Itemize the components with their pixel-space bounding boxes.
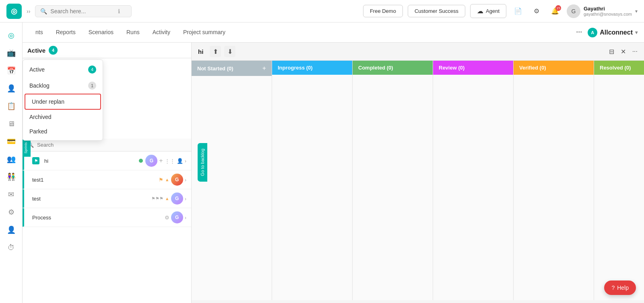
customer-success-button[interactable]: Customer Success bbox=[408, 5, 465, 17]
add-sprint-icon[interactable]: + bbox=[159, 157, 163, 164]
dropdown-active-count: 4 bbox=[88, 66, 96, 74]
sprint-name-hi: hi bbox=[44, 158, 48, 164]
nav-expand-icon[interactable]: ›› bbox=[27, 8, 30, 14]
kanban-download-icon[interactable]: ⬇ bbox=[224, 46, 235, 57]
dropdown-backlog-count: 1 bbox=[88, 82, 96, 90]
active-label[interactable]: Active bbox=[27, 47, 45, 54]
sidebar-item-user[interactable]: 👤 bbox=[3, 80, 19, 96]
user-name: Gayathri bbox=[584, 6, 632, 12]
sprint-avatar4: G bbox=[171, 211, 183, 223]
kanban-close-icon[interactable]: ✕ bbox=[621, 48, 626, 55]
kanban-toolbar: hi ⬆ ⬇ ⊟ ✕ ··· bbox=[192, 43, 644, 61]
kanban-col-inprogress: Inprogress (0) bbox=[272, 61, 353, 300]
kanban-area: hi ⬆ ⬇ ⊟ ✕ ··· Not Started (0) + bbox=[192, 43, 644, 303]
kanban-col-label-verified: Verified (0) bbox=[519, 65, 546, 71]
sprint-icons-hi: G + ⋮⋮ 👤 › bbox=[138, 155, 186, 167]
sprint-avatar2: G bbox=[171, 174, 183, 186]
sprint-chevron-right2[interactable]: › bbox=[185, 177, 186, 183]
panel-header: Active 4 bbox=[23, 43, 191, 58]
notification-icon-button[interactable]: 🔔 15 bbox=[548, 4, 562, 18]
kanban-more-icon[interactable]: ··· bbox=[632, 48, 638, 55]
kanban-col-label-completed: Completed (0) bbox=[358, 65, 393, 71]
sub-nav-item-activity[interactable]: Activity bbox=[146, 23, 177, 43]
sprint-name-process: Process bbox=[32, 215, 51, 221]
help-label: Help bbox=[617, 285, 629, 291]
kanban-col-header-review: Review (0) bbox=[433, 61, 513, 75]
sprint-item-test1[interactable]: test1 ⚑ ▲ G › bbox=[23, 170, 191, 189]
dropdown-item-archived[interactable]: Archived bbox=[23, 110, 103, 124]
dropdown-under-replan-label: Under replan bbox=[32, 98, 64, 105]
sidebar-item-contacts[interactable]: 👫 bbox=[3, 169, 19, 185]
sidebar-item-board[interactable]: 📋 bbox=[3, 98, 19, 114]
notification-badge: 15 bbox=[555, 5, 561, 11]
project-chevron-icon: ▾ bbox=[635, 30, 638, 35]
dropdown-item-active[interactable]: Active 4 bbox=[23, 61, 103, 78]
sprint-warning-icon: ⚑ bbox=[159, 177, 163, 183]
agent-icon: ☁ bbox=[477, 7, 483, 15]
panel-search-input[interactable] bbox=[37, 142, 85, 148]
project-dots[interactable]: ··· bbox=[576, 28, 582, 37]
help-button[interactable]: ? Help bbox=[604, 280, 636, 295]
sprint-icons-test1: ⚑ ▲ G › bbox=[159, 174, 186, 186]
main-layout: ◎ 📺 📅 👤 📋 🖥 💳 👥 👫 ✉ ⚙ 👤 ⏱ nts Reports Sc… bbox=[0, 23, 644, 303]
sidebar-item-settings[interactable]: ⚙ bbox=[3, 204, 19, 220]
sub-nav-item-sprints[interactable]: nts bbox=[29, 23, 50, 43]
user-avatar: G bbox=[567, 4, 580, 18]
kanban-col-header-verified: Verified (0) bbox=[514, 61, 594, 75]
search-input[interactable] bbox=[50, 8, 115, 14]
sprint-chevron-right[interactable]: › bbox=[185, 158, 186, 164]
kanban-col-body-verified bbox=[514, 75, 594, 300]
sprint-chevron-right4[interactable]: › bbox=[185, 215, 186, 221]
kanban-upload-icon[interactable]: ⬆ bbox=[210, 46, 221, 57]
sprint-list: ⚑ hi G + ⋮⋮ 👤 › bbox=[23, 152, 191, 303]
online-status-dot bbox=[138, 158, 144, 164]
sprint-item-test[interactable]: test ⚑⚑⚑ ▲ G › bbox=[23, 189, 191, 208]
sub-nav-item-reports[interactable]: Reports bbox=[50, 23, 82, 43]
go-to-backlog-button[interactable]: Go to backlog bbox=[198, 143, 207, 182]
dropdown-item-parked[interactable]: Parked bbox=[23, 124, 103, 139]
sprint-item-process[interactable]: Process ⚙ G › bbox=[23, 208, 191, 227]
document-icon-button[interactable]: 📄 bbox=[511, 4, 525, 18]
sidebar-item-timer[interactable]: ⏱ bbox=[3, 240, 19, 256]
kanban-col-header-not-started: Not Started (0) + bbox=[192, 61, 272, 76]
free-demo-button[interactable]: Free Demo bbox=[363, 5, 403, 17]
sidebar-item-profile[interactable]: 👤 bbox=[3, 222, 19, 238]
sub-nav-item-project-summary[interactable]: Project summary bbox=[177, 23, 232, 43]
kanban-item-name: hi bbox=[198, 48, 203, 55]
sidebar-item-home[interactable]: ◎ bbox=[3, 27, 19, 43]
sidebar-item-card[interactable]: 💳 bbox=[3, 133, 19, 149]
user-area[interactable]: G Gayathri gayathri@snovasys.com ▾ bbox=[567, 4, 638, 18]
sidebar-item-monitor[interactable]: 🖥 bbox=[3, 116, 19, 132]
kanban-col-header-resolved: Resolved (0) bbox=[594, 61, 644, 75]
kanban-col-label-inprogress: Inprogress (0) bbox=[278, 65, 313, 71]
info-icon[interactable]: ℹ bbox=[118, 8, 120, 14]
sprint-name-test: test bbox=[32, 196, 41, 202]
sidebar-item-mail[interactable]: ✉ bbox=[3, 186, 19, 203]
kanban-col-completed: Completed (0) bbox=[353, 61, 433, 300]
kanban-filter-icon[interactable]: ⊟ bbox=[609, 48, 614, 55]
sub-nav-item-runs[interactable]: Runs bbox=[120, 23, 146, 43]
dropdown-item-backlog[interactable]: Backlog 1 bbox=[23, 78, 103, 94]
dropdown-item-under-replan[interactable]: Under replan bbox=[25, 94, 101, 110]
kanban-col-resolved: Resolved (0) bbox=[594, 61, 644, 300]
settings-icon-button[interactable]: ⚙ bbox=[530, 4, 543, 18]
top-nav: ◎ ›› 🔍 ℹ Free Demo Customer Success ☁ Ag… bbox=[0, 0, 644, 23]
sidebar-item-tv[interactable]: 📺 bbox=[3, 45, 19, 61]
sprint-chevron-right3[interactable]: › bbox=[185, 196, 186, 202]
kanban-col-verified: Verified (0) bbox=[514, 61, 594, 300]
content-area: nts Reports Scenarios Runs Activity Proj… bbox=[23, 23, 644, 303]
sprints-tab[interactable]: Sprints bbox=[23, 139, 31, 157]
sidebar-item-team[interactable]: 👥 bbox=[3, 151, 19, 167]
user-chevron-icon: ▾ bbox=[635, 8, 638, 14]
sidebar: ◎ 📺 📅 👤 📋 🖥 💳 👥 👫 ✉ ⚙ 👤 ⏱ bbox=[0, 23, 23, 303]
kanban-columns: Not Started (0) + Inprogress (0) Com bbox=[192, 61, 644, 300]
sidebar-item-calendar[interactable]: 📅 bbox=[3, 63, 19, 79]
kanban-add-not-started[interactable]: + bbox=[262, 65, 266, 72]
search-icon: 🔍 bbox=[40, 8, 47, 14]
sprint-item-hi[interactable]: ⚑ hi G + ⋮⋮ 👤 › bbox=[23, 152, 191, 170]
search-bar[interactable]: 🔍 ℹ bbox=[35, 5, 132, 17]
sub-nav-item-scenarios[interactable]: Scenarios bbox=[82, 23, 120, 43]
dropdown-backlog-label: Backlog bbox=[29, 82, 50, 89]
agent-button[interactable]: ☁ Agent bbox=[470, 4, 506, 18]
sprint-icons-test: ⚑⚑⚑ ▲ G › bbox=[151, 192, 186, 205]
